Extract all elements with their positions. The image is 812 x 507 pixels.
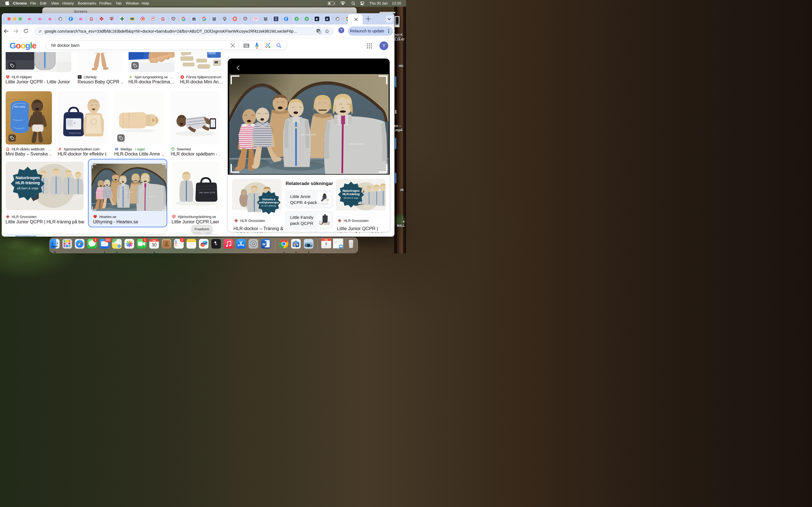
svg-text:K: K [326, 17, 328, 21]
svg-text:fi: fi [306, 18, 308, 20]
svg-text:verklighetstrogna: verklighetstrogna [259, 201, 279, 204]
svg-text:Help: Help [79, 77, 81, 78]
svg-text:FEB: FEB [324, 239, 328, 241]
svg-text:Naturtrogen: Naturtrogen [343, 189, 359, 192]
svg-text:för HLR utbildning: för HLR utbildning [261, 205, 276, 207]
svg-text:Little Junior QCPR: Little Junior QCPR [199, 191, 215, 194]
svg-text:P: P [74, 122, 75, 124]
svg-text:IKEA: IKEA [131, 18, 134, 20]
svg-text:5: 5 [325, 242, 327, 246]
svg-text:PRESTAN: PRESTAN [69, 132, 81, 135]
svg-text:K: K [316, 17, 318, 21]
svg-text:W: W [262, 242, 266, 246]
svg-text:Hjärt-lungräddning barn: Hjärt-lungräddning barn [15, 235, 36, 237]
svg-text:文: 文 [319, 31, 321, 33]
svg-text:Mini Baby: Mini Baby [14, 105, 26, 108]
svg-text:HLR-träning: HLR-träning [15, 180, 40, 185]
svg-text:HLR-träning: HLR-träning [343, 192, 360, 196]
svg-text:SH: SH [275, 19, 277, 20]
svg-text:M: M [115, 147, 118, 151]
svg-text:på barn & unga: på barn & unga [344, 196, 358, 199]
svg-text:på barn & unga: på barn & unga [17, 186, 38, 190]
svg-text:30: 30 [151, 242, 156, 247]
svg-text:Slitstarka &: Slitstarka & [262, 198, 275, 201]
svg-text:n: n [192, 17, 196, 21]
svg-text:Kindred | Community...: Kindred | Community... [321, 245, 331, 247]
svg-text:fi: fi [296, 18, 297, 20]
svg-text:14:00 – 14:25: 14:00 – 14:25 [323, 247, 329, 248]
svg-text:Naturtrogen: Naturtrogen [15, 175, 40, 180]
svg-text:JAN: JAN [153, 239, 156, 241]
